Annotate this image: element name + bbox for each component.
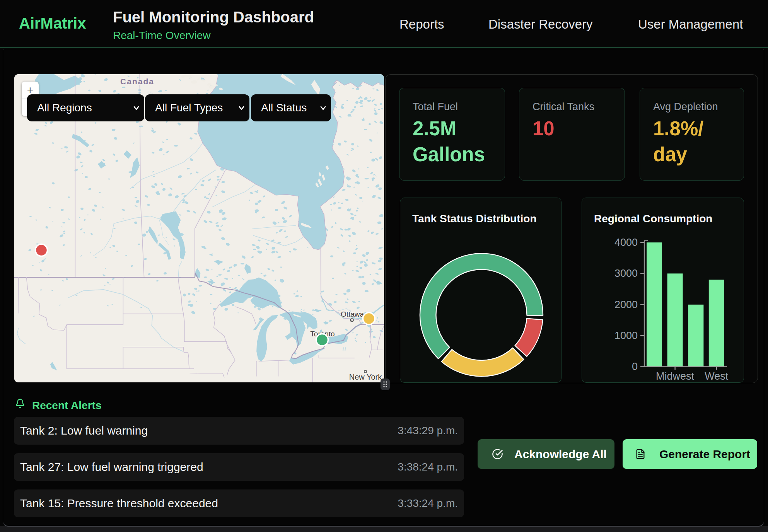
svg-text:1000: 1000 — [614, 330, 638, 341]
svg-text:4000: 4000 — [614, 237, 638, 248]
svg-text:Midwest: Midwest — [656, 370, 695, 382]
svg-text:West: West — [705, 370, 729, 382]
svg-text:New York: New York — [349, 373, 382, 381]
svg-text:2000: 2000 — [614, 299, 638, 310]
svg-text:Ottawa: Ottawa — [341, 310, 364, 318]
svg-text:3000: 3000 — [614, 268, 638, 279]
svg-text:0: 0 — [632, 361, 638, 372]
svg-text:Canada: Canada — [120, 77, 154, 86]
